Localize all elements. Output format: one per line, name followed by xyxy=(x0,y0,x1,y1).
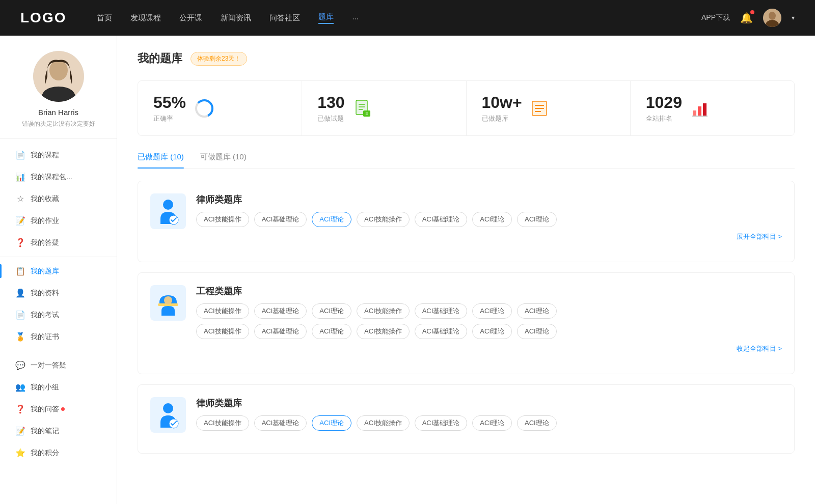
tag-1-5[interactable]: ACI理论 xyxy=(472,303,512,319)
sidebar-item-homework[interactable]: 📝 我的作业 xyxy=(0,210,117,232)
exam-icon: 📄 xyxy=(15,310,25,320)
tag-1-4[interactable]: ACI基础理论 xyxy=(415,303,468,319)
list-icon xyxy=(530,98,551,119)
svg-rect-17 xyxy=(693,110,696,116)
homework-icon: 📝 xyxy=(15,216,25,226)
svg-rect-19 xyxy=(703,103,707,116)
stat-done-banks-value: 10w+ xyxy=(482,93,522,112)
tag-2-0[interactable]: ACI技能操作 xyxy=(196,415,249,431)
stat-ranking-label: 全站排名 xyxy=(646,114,682,123)
qbank-title-1: 工程类题库 xyxy=(196,285,782,297)
doc-icon: ≡ xyxy=(353,98,373,119)
qbank-icon: 📋 xyxy=(15,266,25,276)
nav-opencourse[interactable]: 公开课 xyxy=(179,13,202,23)
group-icon: 👥 xyxy=(15,382,25,392)
tag-1-0[interactable]: ACI技能操作 xyxy=(196,303,249,319)
sidebar-item-qa[interactable]: ❓ 我的答疑 xyxy=(0,232,117,254)
collapse-link-1[interactable]: 收起全部科目 > xyxy=(196,344,782,353)
tag-1-r2-6[interactable]: ACI理论 xyxy=(517,324,557,339)
package-icon: 📊 xyxy=(15,172,25,182)
tag-1-2[interactable]: ACI理论 xyxy=(312,303,351,319)
bar-chart-icon xyxy=(690,98,711,119)
notification-dot xyxy=(750,10,754,14)
profile-icon: 👤 xyxy=(15,288,25,298)
notes-icon: 📝 xyxy=(15,426,25,436)
qbank-tags-0: ACI技能操作 ACI基础理论 ACI理论 ACI技能操作 ACI基础理论 AC… xyxy=(196,212,782,227)
stat-done-banks: 10w+ 已做题库 xyxy=(467,81,631,135)
stat-done-questions-label: 已做试题 xyxy=(317,114,344,123)
tag-1-r2-1[interactable]: ACI基础理论 xyxy=(254,324,307,339)
sidebar-item-cert[interactable]: 🏅 我的证书 xyxy=(0,326,117,348)
sidebar-item-points[interactable]: ⭐ 我的积分 xyxy=(0,442,117,464)
tag-1-r2-4[interactable]: ACI基础理论 xyxy=(415,324,468,339)
svg-point-21 xyxy=(163,200,173,210)
tag-1-r2-5[interactable]: ACI理论 xyxy=(472,324,512,339)
notification-bell[interactable]: 🔔 xyxy=(740,12,753,24)
tab-available-banks[interactable]: 可做题库 (10) xyxy=(200,152,247,168)
lawyer-icon-0 xyxy=(150,193,186,229)
qbank-card-1-header: 工程类题库 ACI技能操作 ACI基础理论 ACI理论 ACI技能操作 ACI基… xyxy=(150,285,782,353)
cert-icon: 🏅 xyxy=(15,332,25,342)
tag-2-5[interactable]: ACI理论 xyxy=(472,415,512,431)
nav-menu: 首页 发现课程 公开课 新闻资讯 问答社区 题库 ··· xyxy=(97,12,701,24)
svg-rect-18 xyxy=(698,106,701,116)
sidebar-item-exam[interactable]: 📄 我的考试 xyxy=(0,304,117,326)
tag-2-2[interactable]: ACI理论 xyxy=(312,415,351,431)
profile-avatar[interactable] xyxy=(33,51,84,102)
sidebar-item-package[interactable]: 📊 我的课程包... xyxy=(0,166,117,188)
qbank-tags-1-row1: ACI技能操作 ACI基础理论 ACI理论 ACI技能操作 ACI基础理论 AC… xyxy=(196,303,782,319)
tag-0-3[interactable]: ACI技能操作 xyxy=(357,212,410,227)
tag-0-1[interactable]: ACI基础理论 xyxy=(254,212,307,227)
sidebar-item-course[interactable]: 📄 我的课程 xyxy=(0,144,117,166)
tag-2-4[interactable]: ACI基础理论 xyxy=(415,415,468,431)
tag-1-r2-3[interactable]: ACI技能操作 xyxy=(357,324,410,339)
engineer-icon-1 xyxy=(150,285,186,321)
tag-1-6[interactable]: ACI理论 xyxy=(517,303,557,319)
sidebar-item-favorites[interactable]: ☆ 我的收藏 xyxy=(0,188,117,210)
sidebar-menu: 📄 我的课程 📊 我的课程包... ☆ 我的收藏 📝 我的作业 ❓ 我的答疑 � xyxy=(0,139,117,469)
divider-2 xyxy=(0,351,117,351)
navbar-right: APP下载 🔔 ▾ xyxy=(701,9,795,27)
qbank-card-0-header: 律师类题库 ACI技能操作 ACI基础理论 ACI理论 ACI技能操作 ACI基… xyxy=(150,193,782,241)
sidebar-item-myqa[interactable]: ❓ 我的问答 xyxy=(0,398,117,420)
nav-home[interactable]: 首页 xyxy=(97,13,112,23)
tag-0-4[interactable]: ACI基础理论 xyxy=(415,212,468,227)
tag-2-1[interactable]: ACI基础理论 xyxy=(254,415,307,431)
stat-done-questions-value: 130 xyxy=(317,93,344,112)
trial-badge: 体验剩余23天！ xyxy=(191,52,247,66)
tag-1-1[interactable]: ACI基础理论 xyxy=(254,303,307,319)
sidebar-item-1on1[interactable]: 💬 一对一答疑 xyxy=(0,354,117,376)
stat-ranking-value: 1029 xyxy=(646,93,682,112)
tag-1-3[interactable]: ACI技能操作 xyxy=(357,303,410,319)
sidebar-item-group[interactable]: 👥 我的小组 xyxy=(0,376,117,398)
1on1-icon: 💬 xyxy=(15,360,25,370)
tag-0-6[interactable]: ACI理论 xyxy=(517,212,557,227)
favorites-icon: ☆ xyxy=(15,194,25,204)
lawyer-icon-2 xyxy=(150,397,186,433)
myqa-icon: ❓ xyxy=(15,404,25,414)
logo[interactable]: LOGO xyxy=(20,10,66,26)
qbank-title-2: 律师类题库 xyxy=(196,397,782,409)
chevron-down-icon[interactable]: ▾ xyxy=(792,14,795,21)
sidebar-item-notes[interactable]: 📝 我的笔记 xyxy=(0,420,117,442)
expand-link-0[interactable]: 展开全部科目 > xyxy=(196,232,782,241)
tab-done-banks[interactable]: 已做题库 (10) xyxy=(138,152,184,168)
tag-0-0[interactable]: ACI技能操作 xyxy=(196,212,249,227)
tag-2-6[interactable]: ACI理论 xyxy=(517,415,557,431)
nav-news[interactable]: 新闻资讯 xyxy=(221,13,251,23)
nav-qa[interactable]: 问答社区 xyxy=(269,13,300,23)
sidebar-item-qbank[interactable]: 📋 我的题库 xyxy=(0,260,117,282)
tag-0-2[interactable]: ACI理论 xyxy=(312,212,351,227)
app-download-button[interactable]: APP下载 xyxy=(701,13,730,22)
avatar[interactable] xyxy=(763,9,781,27)
page-title: 我的题库 xyxy=(138,51,182,66)
nav-more[interactable]: ··· xyxy=(352,14,359,22)
sidebar-item-profile[interactable]: 👤 我的资料 xyxy=(0,282,117,304)
tag-1-r2-0[interactable]: ACI技能操作 xyxy=(196,324,249,339)
qbank-tags-1-row2: ACI技能操作 ACI基础理论 ACI理论 ACI技能操作 ACI基础理论 AC… xyxy=(196,324,782,339)
tag-2-3[interactable]: ACI技能操作 xyxy=(357,415,410,431)
nav-discover[interactable]: 发现课程 xyxy=(130,13,161,23)
nav-qbank[interactable]: 题库 xyxy=(318,12,334,24)
tag-1-r2-2[interactable]: ACI理论 xyxy=(312,324,351,339)
tag-0-5[interactable]: ACI理论 xyxy=(472,212,512,227)
